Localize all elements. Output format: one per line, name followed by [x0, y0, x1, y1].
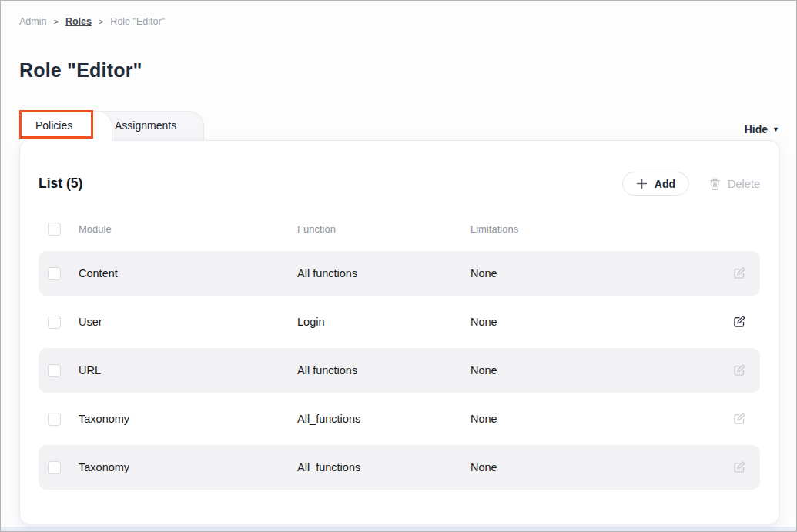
cell-module: Content [79, 267, 297, 279]
select-all-checkbox[interactable] [48, 223, 61, 236]
cell-module: URL [79, 364, 297, 376]
breadcrumb-separator: > [99, 17, 103, 26]
app-window: Admin > Roles > Role "Editor" Role "Edit… [0, 0, 797, 532]
edit-icon [732, 315, 746, 329]
cell-limitations: None [470, 364, 732, 376]
table-row: Taxonomy All_functions None [39, 445, 760, 490]
row-checkbox[interactable] [48, 267, 61, 280]
cell-function: All_functions [297, 461, 470, 473]
breadcrumb-roles-link[interactable]: Roles [65, 16, 92, 27]
row-checkbox[interactable] [48, 316, 61, 329]
hide-toggle-label: Hide [745, 123, 768, 136]
table-row: Content All functions None [39, 251, 760, 296]
list-title: List (5) [39, 176, 82, 192]
cell-limitations: None [470, 461, 732, 473]
hide-toggle[interactable]: Hide ▼ [745, 123, 779, 136]
table-row: User Login None [39, 299, 760, 344]
bottom-strip [1, 527, 796, 531]
breadcrumb-admin[interactable]: Admin [19, 16, 46, 27]
tab-policies[interactable]: Policies [19, 111, 112, 141]
policies-panel: List (5) Add Delete Module Function Limi… [19, 140, 779, 524]
edit-row-button[interactable] [732, 412, 760, 426]
cell-module: Taxonomy [79, 413, 297, 425]
table-row: URL All functions None [39, 348, 760, 393]
cell-limitations: None [470, 413, 732, 425]
breadcrumb-separator: > [53, 17, 58, 26]
cell-limitations: None [470, 316, 732, 328]
cell-function: Login [297, 316, 470, 328]
edit-icon [732, 266, 746, 280]
row-checkbox[interactable] [48, 413, 61, 426]
edit-row-button[interactable] [732, 460, 760, 474]
trash-icon [709, 178, 721, 190]
table-header-row: Module Function Limitations [39, 217, 760, 240]
column-header-function: Function [297, 223, 470, 235]
edit-icon [732, 460, 746, 474]
edit-icon [732, 412, 746, 426]
add-button-label: Add [655, 178, 675, 190]
breadcrumb-current: Role "Editor" [110, 16, 165, 27]
edit-row-button[interactable] [732, 363, 760, 377]
panel-header: List (5) Add Delete [39, 172, 760, 196]
tab-policies-label: Policies [35, 119, 72, 132]
page-title: Role "Editor" [19, 59, 142, 82]
cell-function: All_functions [297, 413, 470, 425]
row-checkbox[interactable] [48, 461, 61, 474]
cell-limitations: None [470, 267, 732, 279]
cell-module: User [79, 316, 297, 328]
cell-function: All functions [297, 267, 470, 279]
policies-table: Module Function Limitations Content All … [39, 217, 760, 490]
caret-down-icon: ▼ [772, 126, 779, 133]
table-row: Taxonomy All_functions None [39, 396, 760, 441]
edit-row-button[interactable] [732, 266, 760, 280]
delete-button-label: Delete [728, 178, 760, 190]
tab-assignments-label: Assignments [115, 119, 176, 132]
delete-button[interactable]: Delete [709, 178, 760, 190]
tab-assignments[interactable]: Assignments [99, 111, 204, 141]
edit-icon [732, 363, 746, 377]
column-header-limitations: Limitations [470, 223, 760, 235]
cell-function: All functions [297, 364, 470, 376]
toolbar: Add Delete [622, 172, 760, 196]
edit-row-button[interactable] [732, 315, 760, 329]
cell-module: Taxonomy [79, 461, 297, 473]
breadcrumb: Admin > Roles > Role "Editor" [19, 16, 165, 27]
plus-icon [636, 178, 648, 189]
row-checkbox[interactable] [48, 364, 61, 377]
add-button[interactable]: Add [622, 172, 689, 196]
column-header-module: Module [79, 223, 297, 235]
